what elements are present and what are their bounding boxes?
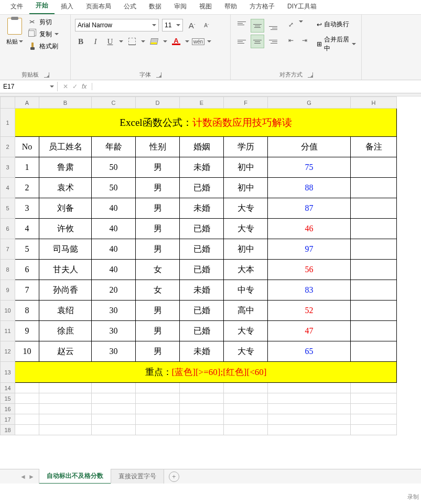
ribbon-tab[interactable]: 插入 bbox=[55, 0, 80, 14]
empty-cell[interactable] bbox=[268, 393, 351, 404]
table-cell[interactable]: 男 bbox=[136, 178, 180, 198]
empty-cell[interactable] bbox=[268, 404, 351, 414]
table-header[interactable]: 婚姻 bbox=[180, 137, 224, 157]
note-cell[interactable] bbox=[351, 321, 397, 341]
orientation-button[interactable]: ⤢ bbox=[285, 19, 297, 30]
format-painter-button[interactable]: 格式刷 bbox=[28, 42, 59, 51]
empty-cell[interactable] bbox=[180, 404, 224, 414]
table-cell[interactable]: 大本 bbox=[224, 260, 268, 280]
sheet-tab-active[interactable]: 自动标出不及格分数 bbox=[39, 469, 111, 484]
table-cell[interactable]: 男 bbox=[136, 321, 180, 341]
table-cell[interactable]: 40 bbox=[92, 239, 136, 260]
align-center-button[interactable] bbox=[251, 35, 264, 48]
empty-cell[interactable] bbox=[268, 383, 351, 393]
table-cell[interactable]: 3 bbox=[15, 198, 39, 219]
ribbon-tab[interactable]: 公式 bbox=[117, 0, 143, 14]
table-cell[interactable]: 女 bbox=[136, 260, 180, 280]
decrease-indent-button[interactable]: ⇤ bbox=[285, 35, 297, 46]
row-header[interactable]: 17 bbox=[1, 414, 15, 425]
table-cell[interactable]: 40 bbox=[92, 260, 136, 280]
table-cell[interactable]: 40 bbox=[92, 198, 136, 219]
row-header[interactable]: 10 bbox=[1, 301, 15, 321]
empty-cell[interactable] bbox=[351, 393, 397, 404]
empty-cell[interactable] bbox=[351, 383, 397, 393]
table-header[interactable]: 分值 bbox=[268, 137, 351, 157]
row-header[interactable]: 5 bbox=[1, 198, 15, 219]
table-cell[interactable]: 30 bbox=[92, 321, 136, 341]
align-middle-button[interactable] bbox=[251, 19, 264, 33]
empty-cell[interactable] bbox=[92, 393, 136, 404]
table-cell[interactable]: 袁绍 bbox=[39, 301, 92, 321]
note-cell[interactable] bbox=[351, 157, 397, 178]
empty-cell[interactable] bbox=[351, 425, 397, 435]
align-left-button[interactable] bbox=[235, 35, 249, 48]
ribbon-tab[interactable]: 开始 bbox=[29, 0, 55, 14]
note-cell[interactable] bbox=[351, 178, 397, 198]
row-header[interactable]: 18 bbox=[1, 425, 15, 435]
merge-center-button[interactable]: ⊞合并后居中 bbox=[316, 34, 357, 54]
table-cell[interactable]: 刘备 bbox=[39, 198, 92, 219]
row-header[interactable]: 15 bbox=[1, 393, 15, 404]
note-cell[interactable] bbox=[351, 198, 397, 219]
row-header[interactable]: 16 bbox=[1, 404, 15, 414]
table-cell[interactable]: 大专 bbox=[224, 198, 268, 219]
note-cell[interactable] bbox=[351, 301, 397, 321]
fx-icon[interactable]: fx bbox=[82, 83, 87, 90]
increase-font-button[interactable]: Aˆ bbox=[186, 19, 198, 31]
note-cell[interactable] bbox=[351, 341, 397, 362]
dialog-launcher-icon[interactable] bbox=[308, 72, 313, 78]
row-header[interactable]: 2 bbox=[1, 137, 15, 157]
table-cell[interactable]: 已婚 bbox=[180, 301, 224, 321]
ribbon-tab[interactable]: DIY工具箱 bbox=[281, 0, 323, 14]
row-header[interactable]: 13 bbox=[1, 362, 15, 383]
table-cell[interactable]: 初中 bbox=[224, 157, 268, 178]
ribbon-tab[interactable]: 帮助 bbox=[218, 0, 243, 14]
confirm-icon[interactable]: ✓ bbox=[72, 83, 78, 90]
score-cell[interactable]: 87 bbox=[268, 198, 351, 219]
table-cell[interactable]: 初中 bbox=[224, 178, 268, 198]
table-header[interactable]: 性别 bbox=[136, 137, 180, 157]
empty-cell[interactable] bbox=[92, 404, 136, 414]
empty-cell[interactable] bbox=[351, 404, 397, 414]
table-cell[interactable]: 已婚 bbox=[180, 219, 224, 239]
score-cell[interactable]: 47 bbox=[268, 321, 351, 341]
empty-cell[interactable] bbox=[39, 425, 92, 435]
row-header[interactable]: 4 bbox=[1, 178, 15, 198]
score-cell[interactable]: 88 bbox=[268, 178, 351, 198]
border-button[interactable] bbox=[126, 36, 138, 47]
table-cell[interactable]: 50 bbox=[92, 178, 136, 198]
table-cell[interactable]: 鲁肃 bbox=[39, 157, 92, 178]
ribbon-tab[interactable]: 审阅 bbox=[168, 0, 193, 14]
row-header[interactable]: 14 bbox=[1, 383, 15, 393]
ribbon-tab[interactable]: 页面布局 bbox=[80, 0, 117, 14]
table-cell[interactable]: 8 bbox=[15, 301, 39, 321]
score-cell[interactable]: 75 bbox=[268, 157, 351, 178]
col-header[interactable]: E bbox=[180, 97, 224, 109]
empty-cell[interactable] bbox=[180, 393, 224, 404]
empty-cell[interactable] bbox=[268, 414, 351, 425]
row-header[interactable]: 11 bbox=[1, 321, 15, 341]
note-cell[interactable] bbox=[351, 219, 397, 239]
table-cell[interactable]: 未婚 bbox=[180, 280, 224, 301]
wrap-text-button[interactable]: ↩自动换行 bbox=[316, 19, 357, 30]
table-cell[interactable]: 2 bbox=[15, 178, 39, 198]
ribbon-tab[interactable]: 视图 bbox=[193, 0, 218, 14]
empty-cell[interactable] bbox=[351, 414, 397, 425]
empty-cell[interactable] bbox=[92, 414, 136, 425]
cut-button[interactable]: 剪切 bbox=[28, 18, 59, 27]
table-cell[interactable]: 大专 bbox=[224, 341, 268, 362]
empty-cell[interactable] bbox=[15, 383, 39, 393]
empty-cell[interactable] bbox=[136, 393, 180, 404]
name-box[interactable]: E17 bbox=[0, 82, 58, 91]
table-cell[interactable]: 大专 bbox=[224, 321, 268, 341]
ribbon-tab[interactable]: 数据 bbox=[143, 0, 168, 14]
empty-cell[interactable] bbox=[224, 393, 268, 404]
empty-cell[interactable] bbox=[136, 383, 180, 393]
table-cell[interactable]: 10 bbox=[15, 341, 39, 362]
empty-cell[interactable] bbox=[224, 404, 268, 414]
note-cell[interactable] bbox=[351, 239, 397, 260]
increase-indent-button[interactable]: ⇥ bbox=[299, 35, 310, 46]
fill-color-button[interactable] bbox=[148, 36, 160, 47]
table-cell[interactable]: 男 bbox=[136, 239, 180, 260]
row-header[interactable]: 9 bbox=[1, 280, 15, 301]
